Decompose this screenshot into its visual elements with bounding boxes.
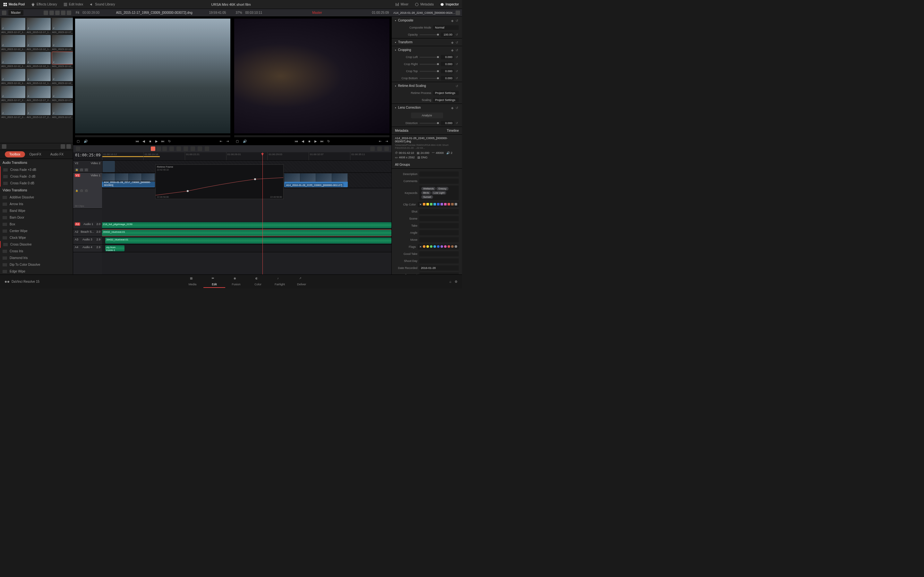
crop-bottom-slider[interactable] xyxy=(420,78,439,79)
reset-icon[interactable]: ↺ xyxy=(456,121,459,125)
media-clip[interactable]: A01_2015-12-17_1... xyxy=(52,18,73,34)
distortion-slider[interactable] xyxy=(420,123,439,124)
timeline-monitor[interactable] xyxy=(234,19,389,133)
media-clip[interactable]: A01_2015-12-12_1... xyxy=(52,35,73,51)
fit-label[interactable]: Fit xyxy=(76,11,79,15)
fx-item[interactable]: Clock Wipe xyxy=(0,234,73,241)
a2-clip[interactable]: 39432_bluebeat-01 xyxy=(102,230,391,236)
media-clip[interactable]: A01_2015-12-12_1... xyxy=(1,52,25,68)
src-out-icon[interactable]: ⇥ xyxy=(225,139,230,143)
fx-item[interactable]: Cross Fade 0 dB xyxy=(0,180,73,187)
tab-mixer[interactable]: Mixer xyxy=(392,1,412,8)
kf-icon[interactable]: ◆ xyxy=(451,19,454,22)
scaling-select[interactable]: Project Settings xyxy=(433,98,459,102)
media-clip[interactable]: A01_2015-12-17_2... xyxy=(52,103,73,119)
fx-collapse-icon[interactable] xyxy=(2,144,6,149)
fx-item[interactable]: Edge Wipe xyxy=(0,268,73,274)
reset-icon[interactable]: ↺ xyxy=(456,84,459,87)
v1-clip-a[interactable]: A14_2016-01-28_2217_C8000_[000000-001983… xyxy=(102,173,155,187)
src-next-icon[interactable]: ⏭ xyxy=(161,139,165,143)
reset-icon[interactable]: ↺ xyxy=(456,77,459,80)
tgt-loop-icon[interactable]: ↻ xyxy=(326,139,331,143)
fx-tab-audiofx[interactable]: Audio FX xyxy=(46,151,68,157)
tgt-volume-icon[interactable]: 🔊 xyxy=(242,139,247,143)
pointer-tool-icon[interactable] xyxy=(151,147,155,151)
zoom-in-icon[interactable] xyxy=(384,147,389,151)
tab-edit-index[interactable]: Edit Index xyxy=(60,1,86,8)
reset-icon[interactable]: ↺ xyxy=(456,19,459,22)
media-clip[interactable]: A01_2015-12-12_1... xyxy=(1,35,25,51)
fx-item[interactable]: Box xyxy=(0,221,73,227)
tgt-next-icon[interactable]: ⏭ xyxy=(320,139,325,143)
zoom-pct[interactable]: 37% xyxy=(236,11,242,15)
fx-item[interactable]: Dip To Color Dissolve xyxy=(0,261,73,268)
kf-icon[interactable]: ◆ xyxy=(451,106,454,109)
v2-clip[interactable] xyxy=(103,161,115,172)
fx-search-icon[interactable] xyxy=(61,144,65,149)
tab-inspector[interactable]: Inspector xyxy=(437,1,462,8)
media-clip[interactable]: A01_2015-12-12_1... xyxy=(52,52,73,68)
src-volume-icon[interactable]: 🔊 xyxy=(83,139,88,143)
tab-effects-library[interactable]: Effects Library xyxy=(28,1,60,8)
tab-media-pool[interactable]: Media Pool xyxy=(0,1,28,8)
a3-track[interactable]: 39432_bluebeat-01 xyxy=(102,237,391,245)
replace-icon[interactable] xyxy=(184,147,188,151)
tgt-in-icon[interactable]: ⇤ xyxy=(378,139,383,143)
metadata-mode[interactable]: Timeline xyxy=(447,129,459,132)
media-clip[interactable]: A01_2015-12-17_2... xyxy=(52,86,73,102)
tl-view-icon[interactable] xyxy=(76,147,80,151)
reset-icon[interactable]: ↺ xyxy=(456,69,459,73)
fx-item[interactable]: Band Wipe xyxy=(0,207,73,214)
a1-track[interactable]: 218_full_pilgrimage_0150 xyxy=(102,221,391,229)
fx-item[interactable]: Cross Fade +3 dB xyxy=(0,166,73,173)
a4-header[interactable]: A4Audio 42.9 xyxy=(73,245,102,252)
reset-icon[interactable]: ↺ xyxy=(456,63,459,66)
fx-item[interactable]: Cross Dissolve xyxy=(0,241,73,248)
fx-item[interactable]: Cross Iris xyxy=(0,248,73,255)
media-clip[interactable]: A01_2015-12-12_1... xyxy=(52,69,73,85)
timeline-scrubber[interactable] xyxy=(234,135,389,137)
kf-icon[interactable]: ◆ xyxy=(451,41,454,44)
zoom-out-icon[interactable] xyxy=(377,147,382,151)
tgt-prev-icon[interactable]: ◀ xyxy=(300,139,305,143)
src-stop-icon[interactable]: ■ xyxy=(148,139,152,143)
tgt-match-icon[interactable]: ▢ xyxy=(235,139,239,143)
src-prev-icon[interactable]: ◀ xyxy=(142,139,146,143)
tgt-play-icon[interactable]: ▶ xyxy=(313,139,318,143)
crop-left-slider[interactable] xyxy=(420,57,439,58)
nav-edit[interactable]: ✂Edit xyxy=(204,276,225,288)
a1-header[interactable]: A1Audio 12.0 xyxy=(73,221,102,229)
reset-icon[interactable]: ↺ xyxy=(456,55,459,59)
media-clip[interactable]: A01_2015-12-17_2... xyxy=(27,86,51,102)
fx-item[interactable]: Cross Fade -3 dB xyxy=(0,173,73,180)
playhead[interactable] xyxy=(262,152,263,274)
media-clip[interactable]: A01_2015-12-17_2... xyxy=(1,103,25,119)
home-icon[interactable]: ⌂ xyxy=(449,280,451,284)
src-loop-icon[interactable]: ↻ xyxy=(167,139,172,143)
nav-color[interactable]: ◐Color xyxy=(247,276,269,288)
a2-track[interactable]: 39432_bluebeat-01 xyxy=(102,229,391,237)
overwrite-icon[interactable] xyxy=(176,147,181,151)
timeline-bin[interactable]: Master xyxy=(265,11,368,15)
a2-header[interactable]: A2Beach S...2.0 xyxy=(73,229,102,237)
crop-top-slider[interactable] xyxy=(420,71,439,72)
src-first-icon[interactable]: ⏮ xyxy=(135,139,140,143)
media-clip[interactable]: A01_2015-12-12_1... xyxy=(27,35,51,51)
a4-track[interactable]: uty from inside-1 xyxy=(102,245,391,252)
settings-icon[interactable]: ⚙ xyxy=(455,280,457,284)
reset-icon[interactable]: ↺ xyxy=(456,48,459,52)
retime-process-select[interactable]: Project Settings xyxy=(433,91,459,95)
a3-header[interactable]: A3Audio 32.9 xyxy=(73,237,102,245)
media-clip[interactable]: A01_2015-12-17_1... xyxy=(1,18,25,34)
link-icon[interactable] xyxy=(191,147,195,151)
fx-item[interactable]: Center Wipe xyxy=(0,227,73,234)
fx-item[interactable]: Barn Door xyxy=(0,214,73,221)
a1-clip[interactable]: 218_full_pilgrimage_0150 xyxy=(102,222,391,228)
dots-icon[interactable] xyxy=(456,11,460,15)
fx-tab-openfx[interactable]: OpenFX xyxy=(25,151,46,157)
media-clip[interactable]: A01_2015-12-17_1... xyxy=(27,18,51,34)
source-monitor[interactable] xyxy=(75,19,230,133)
slider-icon[interactable] xyxy=(44,11,48,15)
insert-icon[interactable] xyxy=(170,147,174,151)
source-scrubber[interactable] xyxy=(75,135,230,137)
